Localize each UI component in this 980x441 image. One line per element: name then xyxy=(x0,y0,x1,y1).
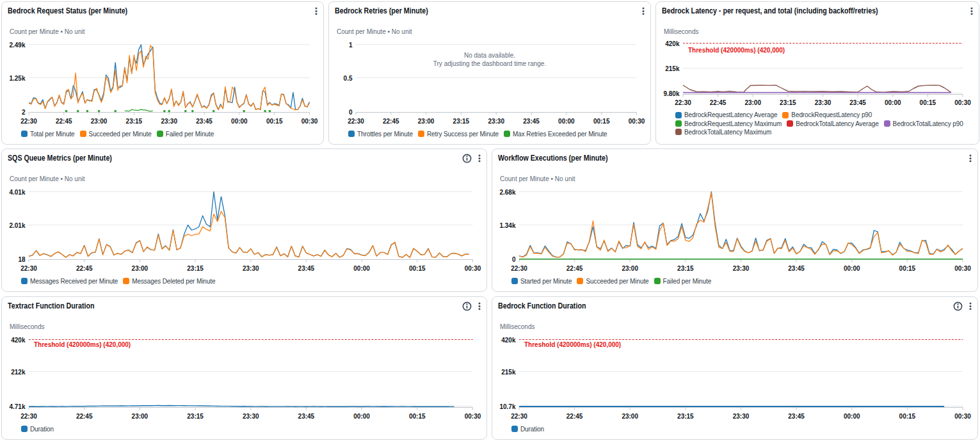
svg-text:Threshold (420000ms) (420,000): Threshold (420000ms) (420,000) xyxy=(688,47,785,54)
svg-text:Threshold (420000ms) (420,000): Threshold (420000ms) (420,000) xyxy=(34,341,131,348)
svg-text:Threshold (420000ms) (420,000): Threshold (420000ms) (420,000) xyxy=(524,341,621,348)
